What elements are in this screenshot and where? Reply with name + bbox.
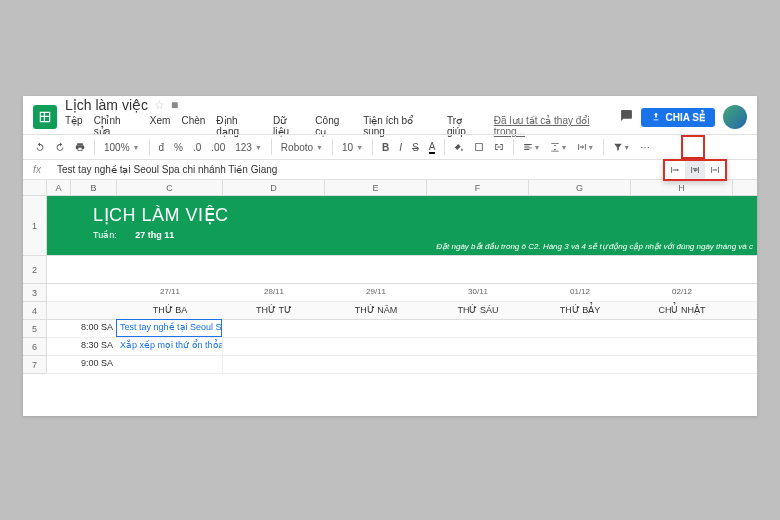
share-button[interactable]: CHIA SẺ bbox=[641, 108, 715, 127]
date-cell[interactable]: 30/11 bbox=[427, 284, 529, 301]
col-header-H[interactable]: H bbox=[631, 180, 733, 195]
date-cell[interactable]: 28/11 bbox=[223, 284, 325, 301]
data-row: 8:00 SA Test tay nghề tại Seoul Sp bbox=[47, 320, 757, 338]
col-header-F[interactable]: F bbox=[427, 180, 529, 195]
currency-button[interactable]: đ bbox=[155, 139, 169, 156]
zoom-select[interactable]: 100%▼ bbox=[100, 140, 144, 155]
title-banner: LỊCH LÀM VIỆC Tuần: 27 thg 11 Đặt ngày b… bbox=[47, 196, 757, 256]
day-cell[interactable]: THỨ NĂM bbox=[325, 302, 427, 319]
day-cell[interactable]: THỨ BẢY bbox=[529, 302, 631, 319]
date-cell[interactable]: 27/11 bbox=[117, 284, 223, 301]
spreadsheet-grid: A B C D E F G H 1 2 3 4 5 6 7 LỊCH LÀM V… bbox=[23, 180, 757, 416]
italic-button[interactable]: I bbox=[395, 139, 406, 156]
text-color-button[interactable]: A bbox=[425, 138, 440, 157]
star-icon[interactable]: ☆ bbox=[154, 98, 165, 112]
row-header-4[interactable]: 4 bbox=[23, 302, 46, 320]
font-size-select[interactable]: 10▼ bbox=[338, 140, 367, 155]
halign-button[interactable]: ▼ bbox=[519, 139, 544, 155]
col-header-A[interactable]: A bbox=[47, 180, 71, 195]
share-label: CHIA SẺ bbox=[665, 112, 705, 123]
fill-color-button[interactable] bbox=[450, 139, 468, 155]
fx-icon: fx bbox=[23, 164, 51, 175]
banner-note: Đặt ngày bắt đầu trong ô C2. Hàng 3 và 4… bbox=[436, 242, 753, 251]
week-label: Tuần: bbox=[93, 230, 117, 240]
spreadsheet-window: Lịch làm việc ☆ ■ Tệp Chỉnh sửa Xem Chèn… bbox=[23, 96, 757, 416]
formula-bar: fx Test tay nghề tại Seoul Spa chi nhánh… bbox=[23, 160, 757, 180]
comments-icon[interactable] bbox=[620, 108, 633, 126]
row-2[interactable] bbox=[47, 256, 757, 284]
row-header-6[interactable]: 6 bbox=[23, 338, 46, 356]
days-row: THỨ BA THỨ TƯ THỨ NĂM THỨ SÁU THỨ BẢY CH… bbox=[47, 302, 757, 320]
redo-button[interactable] bbox=[51, 139, 69, 155]
column-headers: A B C D E F G H bbox=[23, 180, 757, 196]
col-header-G[interactable]: G bbox=[529, 180, 631, 195]
folder-icon[interactable]: ■ bbox=[171, 98, 178, 112]
row-header-7[interactable]: 7 bbox=[23, 356, 46, 374]
data-row: 9:00 SA bbox=[47, 356, 757, 374]
time-cell[interactable]: 8:30 SA bbox=[71, 338, 117, 355]
day-cell[interactable]: THỨ BA bbox=[117, 302, 223, 319]
merge-button[interactable] bbox=[490, 139, 508, 155]
borders-button[interactable] bbox=[470, 139, 488, 155]
col-header-D[interactable]: D bbox=[223, 180, 325, 195]
undo-button[interactable] bbox=[31, 139, 49, 155]
overflow-option[interactable] bbox=[665, 161, 685, 179]
document-title[interactable]: Lịch làm việc bbox=[65, 97, 148, 113]
row-header-2[interactable]: 2 bbox=[23, 256, 46, 284]
row-header-5[interactable]: 5 bbox=[23, 320, 46, 338]
user-avatar[interactable] bbox=[723, 105, 747, 129]
data-row: 8:30 SA Xắp xếp mọi thứ ổn thỏa v bbox=[47, 338, 757, 356]
wrap-option[interactable] bbox=[685, 161, 705, 179]
filter-button[interactable]: ▼ bbox=[609, 139, 634, 155]
banner-title: LỊCH LÀM VIỆC bbox=[93, 204, 757, 226]
date-cell[interactable]: 02/12 bbox=[631, 284, 733, 301]
selected-cell[interactable]: Test tay nghề tại Seoul Sp bbox=[116, 319, 222, 337]
day-cell[interactable]: CHỦ NHẬT bbox=[631, 302, 733, 319]
formula-input[interactable]: Test tay nghề tại Seoul Spa chi nhánh Ti… bbox=[51, 164, 277, 175]
row-header-1[interactable]: 1 bbox=[23, 196, 46, 256]
time-cell[interactable]: 8:00 SA bbox=[71, 320, 117, 337]
percent-button[interactable]: % bbox=[170, 139, 187, 156]
day-cell[interactable]: THỨ SÁU bbox=[427, 302, 529, 319]
toolbar: 100%▼ đ % .0 .00 123▼ Roboto▼ 10▼ B I S … bbox=[23, 134, 757, 160]
time-cell[interactable]: 9:00 SA bbox=[71, 356, 117, 373]
wrap-button-highlight bbox=[681, 135, 705, 159]
print-button[interactable] bbox=[71, 139, 89, 155]
font-select[interactable]: Roboto▼ bbox=[277, 140, 327, 155]
date-cell[interactable]: 29/11 bbox=[325, 284, 427, 301]
week-value: 27 thg 11 bbox=[135, 230, 174, 240]
decimal-dec-button[interactable]: .0 bbox=[189, 139, 205, 156]
clip-option[interactable] bbox=[705, 161, 725, 179]
row-header-3[interactable]: 3 bbox=[23, 284, 46, 302]
col-header-E[interactable]: E bbox=[325, 180, 427, 195]
dates-row: 27/11 28/11 29/11 30/11 01/12 02/12 bbox=[47, 284, 757, 302]
format-more-button[interactable]: 123▼ bbox=[231, 140, 266, 155]
valign-button[interactable]: ▼ bbox=[546, 139, 571, 155]
strike-button[interactable]: S bbox=[408, 139, 423, 156]
day-cell[interactable]: THỨ TƯ bbox=[223, 302, 325, 319]
date-cell[interactable]: 01/12 bbox=[529, 284, 631, 301]
more-button[interactable]: ⋯ bbox=[636, 139, 654, 156]
task-cell[interactable] bbox=[117, 356, 223, 373]
wrap-button[interactable]: ▼ bbox=[573, 139, 598, 155]
title-bar: Lịch làm việc ☆ ■ Tệp Chỉnh sửa Xem Chèn… bbox=[23, 96, 757, 134]
col-header-C[interactable]: C bbox=[117, 180, 223, 195]
row-numbers: 1 2 3 4 5 6 7 bbox=[23, 196, 47, 374]
wrap-options-dropdown bbox=[663, 159, 727, 181]
task-cell[interactable]: Xắp xếp mọi thứ ổn thỏa v bbox=[117, 338, 223, 355]
sheets-logo bbox=[33, 105, 57, 129]
decimal-inc-button[interactable]: .00 bbox=[207, 139, 229, 156]
bold-button[interactable]: B bbox=[378, 139, 393, 156]
col-header-B[interactable]: B bbox=[71, 180, 117, 195]
